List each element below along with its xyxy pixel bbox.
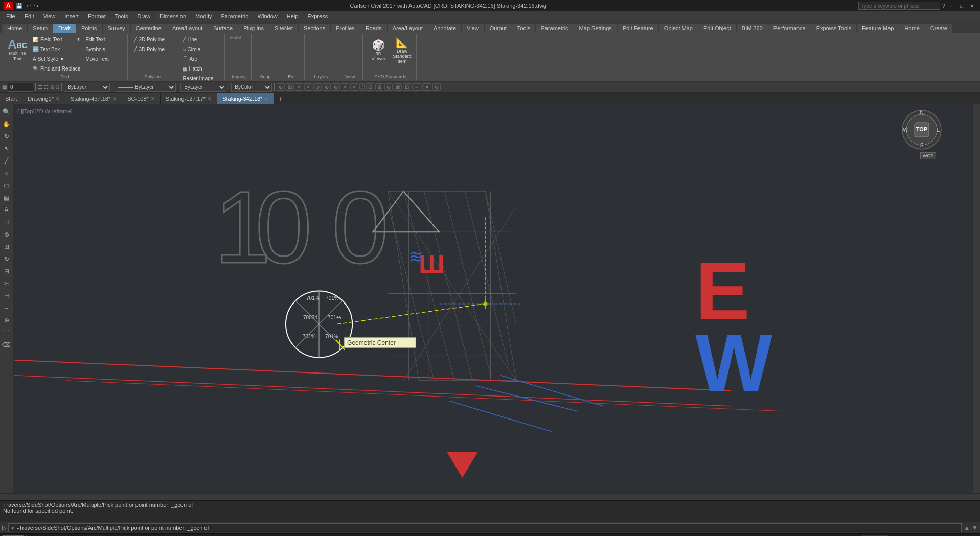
draw-standard-item-button[interactable]: 📐 Draw Standard Item [391, 35, 413, 65]
tab-sc108-close[interactable]: ✕ [151, 96, 155, 101]
erase-left-btn[interactable]: ⌫ [1, 339, 12, 351]
bottom-scrollbar[interactable] [0, 493, 980, 500]
tab-arealayout2[interactable]: Area/Layout [388, 24, 428, 33]
tab-bim360[interactable]: BIM 360 [737, 24, 768, 33]
snap-btn-5[interactable]: ⊙ [313, 83, 322, 91]
zoom-button[interactable]: 🔍 [1, 106, 12, 118]
tab-points[interactable]: Points [76, 24, 102, 33]
tab-survey[interactable]: Survey [103, 24, 130, 33]
linetype-by-layer[interactable]: ——— ByLayer [115, 83, 176, 92]
color-by-color[interactable]: ByColor [231, 83, 272, 92]
symbols-button[interactable]: Symbols [83, 44, 124, 54]
2d-polyline-button[interactable]: ╱ 2D Polyline [132, 35, 173, 44]
scroll-down-icon[interactable]: ▼ [972, 524, 978, 531]
scroll-up-icon[interactable]: ▲ [964, 524, 970, 531]
field-text-arrow[interactable]: ▼ [76, 37, 80, 42]
quick-access-save[interactable]: 💾 [16, 3, 23, 9]
tab-output[interactable]: Output [485, 24, 512, 33]
tab-parametric[interactable]: Parametric [536, 24, 573, 33]
tab-drawing1-close[interactable]: ✕ [56, 96, 60, 101]
snap-btn-4[interactable]: ✕ [304, 83, 312, 91]
menu-modify[interactable]: Modify [191, 12, 216, 20]
menu-file[interactable]: File [2, 12, 19, 20]
tab-start[interactable]: Start [0, 93, 22, 104]
raster-image-button[interactable]: Raster Image [180, 74, 221, 83]
tab-sections[interactable]: Sections [299, 24, 330, 33]
snap-btn-9[interactable]: ✕ [350, 83, 358, 91]
snap-btn-13[interactable]: ⊕ [384, 83, 393, 91]
menu-draw[interactable]: Draw [133, 12, 154, 20]
tab-staking342-close[interactable]: ✕ [264, 96, 268, 101]
multiline-text-button[interactable]: ABC Multiline Text [5, 35, 30, 65]
tab-objectmap[interactable]: Object Map [659, 24, 698, 33]
tab-surface[interactable]: Surface [208, 24, 238, 33]
scale-left-btn[interactable]: ⊟ [1, 266, 12, 277]
orbit-button[interactable]: ↻ [1, 131, 12, 142]
copy-left-btn[interactable]: ⊞ [1, 241, 12, 252]
tab-centerline[interactable]: Centerline [131, 24, 167, 33]
snap-btn-3[interactable]: ✕ [295, 83, 303, 91]
menu-view[interactable]: View [39, 12, 60, 20]
snap-btn-14[interactable]: ⊠ [394, 83, 402, 91]
rotate-left-btn[interactable]: ↻ [1, 253, 12, 265]
menu-express[interactable]: Express [303, 12, 332, 20]
tab-roads[interactable]: Roads [360, 24, 387, 33]
fillet-left-btn[interactable]: ⌒ [1, 327, 12, 338]
edit-text-button[interactable]: Edit Text [83, 35, 124, 44]
draw-circle-left-btn[interactable]: ○ [1, 168, 12, 179]
tab-profiles[interactable]: Profiles [331, 24, 360, 33]
pan-button[interactable]: ✋ [1, 119, 12, 130]
snap-btn-11[interactable]: ⊟ [366, 83, 374, 91]
select-button[interactable]: ↖ [1, 143, 12, 154]
tab-performance[interactable]: Performance [768, 24, 811, 33]
field-text-button[interactable]: 📝 Field Text ▼ [31, 35, 82, 44]
arc-button[interactable]: ⌒ Arc [180, 54, 221, 63]
extend-left-btn[interactable]: ⊣ [1, 290, 12, 301]
tab-featuremap[interactable]: Feature Map [857, 24, 899, 33]
offset-left-btn[interactable]: ⊕ [1, 315, 12, 326]
tab-staking127[interactable]: Staking-127.17* ✕ [161, 93, 217, 104]
move-left-btn[interactable]: ⊕ [1, 229, 12, 240]
color-by-layer-1[interactable]: ByLayer [64, 83, 110, 92]
tab-draft[interactable]: Draft [53, 24, 76, 33]
3d-polyline-button[interactable]: ╱ 3D Polyline [132, 44, 173, 54]
hatch-button[interactable]: ▦ Hatch [180, 64, 221, 73]
menu-format[interactable]: Format [84, 12, 110, 20]
snap-btn-1[interactable]: ⊕ [277, 83, 285, 91]
snap-btn-12[interactable]: ⊞ [375, 83, 383, 91]
menu-window[interactable]: Window [254, 12, 282, 20]
snap-btn-7[interactable]: ⊕ [332, 83, 340, 91]
draw-hatch-left-btn[interactable]: ▦ [1, 192, 12, 203]
tab-mapsettings[interactable]: Map Settings [574, 24, 617, 33]
lineweight-by-layer[interactable]: ByLayer [180, 83, 226, 92]
tab-home2[interactable]: Home [899, 24, 924, 33]
menu-help[interactable]: Help [283, 12, 303, 20]
mirror-left-btn[interactable]: ↔ [1, 302, 12, 314]
snap-btn-6[interactable]: ⊕ [323, 83, 331, 91]
tab-staking342[interactable]: Staking-342.16* ✕ [217, 93, 274, 104]
tab-home[interactable]: Home [2, 24, 27, 33]
viewport[interactable]: [-][Top][2D Wireframe] 1 0 0 [13, 104, 973, 493]
menu-insert[interactable]: Insert [60, 12, 83, 20]
tab-sc108[interactable]: SC-108* ✕ [122, 93, 161, 104]
snap-btn-2[interactable]: ⊞ [286, 83, 294, 91]
right-scrollbar[interactable] [973, 104, 980, 493]
line-button[interactable]: ╱ Line [180, 35, 221, 44]
3d-viewer-button[interactable]: 🎲 3D Viewer [367, 35, 390, 65]
quick-access-redo[interactable]: ↪ [34, 3, 38, 9]
draw-line-left-btn[interactable]: ╱ [1, 155, 12, 167]
snap-btn-18[interactable]: ⊕ [432, 83, 441, 91]
num-input[interactable] [8, 83, 33, 92]
help-icon[interactable]: ? [942, 3, 945, 9]
tab-drawing1[interactable]: Drawing1* ✕ [22, 93, 65, 104]
menu-dimension[interactable]: Dimension [155, 12, 190, 20]
tab-tools[interactable]: Tools [512, 24, 536, 33]
draw-rect-left-btn[interactable]: ▭ [1, 180, 12, 191]
command-input[interactable] [8, 523, 962, 532]
menu-edit[interactable]: Edit [20, 12, 38, 20]
minimize-button[interactable]: ─ [947, 2, 955, 10]
snap-btn-15[interactable]: ⊡ [403, 83, 411, 91]
snap-btn-8[interactable]: ✕ [341, 83, 349, 91]
search-input[interactable] [858, 2, 940, 10]
menu-parametric[interactable]: Parametric [217, 12, 252, 20]
